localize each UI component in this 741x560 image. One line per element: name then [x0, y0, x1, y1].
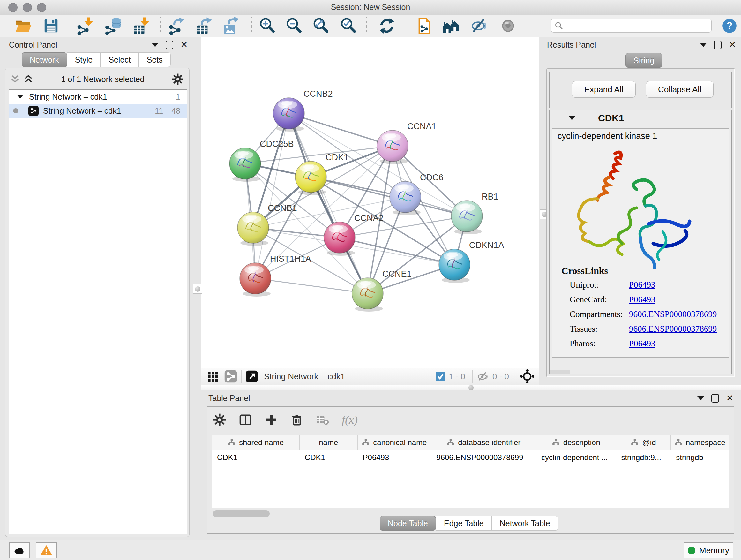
network-row-selected[interactable]: String Network – cdk1 11 48	[9, 104, 187, 118]
float-panel-icon[interactable]	[714, 41, 722, 49]
export-image-button[interactable]	[222, 17, 242, 35]
tab-select[interactable]: Select	[100, 52, 138, 67]
zoom-in-button[interactable]	[257, 17, 278, 35]
apply-layout-button[interactable]	[377, 17, 397, 35]
export-network-button[interactable]	[167, 17, 188, 35]
zoom-fit-button[interactable]	[311, 17, 331, 35]
tab-network-table[interactable]: Network Table	[492, 516, 558, 531]
collapse-all-button[interactable]: Collapse All	[646, 81, 714, 98]
float-panel-icon[interactable]	[711, 394, 719, 402]
network-node[interactable]: CCNB2	[273, 89, 333, 132]
collapse-all-chevron-icon[interactable]	[10, 74, 20, 84]
table-row[interactable]: CDK1CDK1P064939606.ENSP00000378699cyclin…	[212, 450, 729, 465]
panel-menu-icon[interactable]	[697, 396, 704, 400]
tab-sets[interactable]: Sets	[139, 52, 171, 67]
string-home-button[interactable]	[441, 17, 461, 35]
hide-glasses-button[interactable]	[469, 17, 489, 35]
results-scrollbar-stub[interactable]	[549, 370, 570, 374]
add-column-icon[interactable]	[265, 413, 278, 427]
table-cell[interactable]: CDK1	[212, 450, 300, 465]
table-cell[interactable]: stringdb	[671, 450, 729, 465]
table-header-cell[interactable]: shared name	[212, 435, 300, 450]
table-cell[interactable]: cyclin-dependent ...	[536, 450, 616, 465]
close-panel-icon[interactable]: ✕	[729, 41, 736, 49]
gene-expander-icon[interactable]	[569, 116, 575, 120]
save-session-button[interactable]	[41, 17, 61, 35]
close-panel-icon[interactable]: ✕	[180, 41, 188, 49]
table-gear-icon[interactable]	[213, 413, 226, 427]
zoom-out-button[interactable]	[284, 17, 305, 35]
scrollbar-thumb[interactable]	[213, 510, 270, 517]
tab-network[interactable]: Network	[22, 52, 67, 67]
network-node[interactable]: RB1	[451, 192, 498, 234]
cloud-status-button[interactable]	[9, 543, 30, 558]
help-button[interactable]: ?	[719, 17, 740, 35]
table-cell[interactable]: stringdb:9...	[616, 450, 671, 465]
crosslink-link[interactable]: 9606.ENSP00000378699	[629, 309, 717, 319]
table-header-cell[interactable]: @id	[616, 435, 671, 450]
panel-menu-icon[interactable]	[700, 43, 707, 47]
crosslink-link[interactable]: 9606.ENSP00000378699	[629, 324, 717, 334]
network-edge[interactable]	[255, 278, 367, 294]
network-edge[interactable]	[289, 113, 367, 294]
tab-edge-table[interactable]: Edge Table	[436, 516, 492, 531]
export-table-button[interactable]	[195, 17, 215, 35]
open-session-button[interactable]	[13, 17, 33, 35]
import-network-button[interactable]	[75, 17, 96, 35]
table-cell[interactable]: CDK1	[300, 450, 358, 465]
import-network-from-database-button[interactable]	[104, 17, 124, 35]
float-panel-icon[interactable]	[165, 41, 173, 49]
network-collection-row[interactable]: String Network – cdk1 1	[9, 90, 187, 104]
network-share-icon[interactable]	[224, 370, 238, 383]
network-edge[interactable]	[289, 113, 393, 146]
network-node[interactable]: CDKN1A	[439, 240, 504, 283]
table-header-cell[interactable]: namespace	[671, 435, 729, 450]
detach-view-icon[interactable]	[246, 370, 258, 383]
table-header-cell[interactable]: name	[300, 435, 358, 450]
function-builder-icon[interactable]: f(x)	[342, 413, 358, 427]
crosslink-link[interactable]: P06493	[629, 339, 656, 349]
tab-style[interactable]: Style	[67, 52, 101, 67]
collection-expander-icon[interactable]	[17, 95, 23, 99]
network-edge[interactable]	[255, 113, 289, 278]
network-canvas[interactable]: CCNB2CCNA1CDC25BCDK1CDC6RB1CCNB1CCNA2CDK…	[201, 37, 539, 368]
tab-string[interactable]: String	[625, 53, 662, 68]
birdseye-crosshair-icon[interactable]	[520, 369, 534, 383]
expand-all-chevron-icon[interactable]	[23, 74, 34, 84]
network-node[interactable]: CCNB1	[238, 203, 297, 246]
crosslink-link[interactable]: P06493	[629, 280, 656, 290]
show-columns-icon[interactable]	[239, 413, 253, 427]
close-panel-icon[interactable]: ✕	[726, 395, 733, 402]
expand-all-button[interactable]: Expand All	[572, 81, 636, 98]
table-cell[interactable]: 9606.ENSP00000378699	[431, 450, 536, 465]
zoom-selected-button[interactable]	[338, 17, 359, 35]
network-node[interactable]: CCNA1	[377, 122, 436, 164]
panel-menu-icon[interactable]	[151, 43, 158, 47]
selected-checkbox-icon[interactable]	[435, 371, 446, 381]
grid-view-icon[interactable]	[207, 370, 219, 383]
table-header-cell[interactable]: description	[536, 435, 616, 450]
network-node[interactable]: HIST1H1A	[240, 254, 311, 297]
delete-table-icon[interactable]	[316, 413, 330, 427]
warning-status-button[interactable]	[36, 543, 57, 558]
table-cell[interactable]: P06493	[358, 450, 431, 465]
gene-header-row[interactable]: CDK1	[549, 110, 731, 126]
network-node[interactable]: CCNE1	[352, 269, 412, 312]
show-eye-button[interactable]	[498, 17, 518, 35]
crosslink-link[interactable]: P06493	[629, 295, 656, 305]
node-label: CCNB1	[268, 203, 297, 213]
import-table-button[interactable]	[131, 17, 152, 35]
memory-button[interactable]: Memory	[684, 543, 733, 558]
search-input[interactable]	[566, 21, 708, 30]
network-node[interactable]: CDC25B	[229, 139, 294, 182]
tab-node-table[interactable]: Node Table	[380, 516, 436, 531]
horizontal-splitter[interactable]	[201, 385, 741, 390]
table-header-cell[interactable]: database identifier	[431, 435, 536, 450]
network-edge[interactable]	[311, 177, 467, 216]
left-splitter-handle[interactable]	[193, 284, 202, 294]
export-publication-button[interactable]	[414, 17, 434, 35]
delete-column-icon[interactable]	[290, 413, 304, 427]
hidden-eye-slash-icon[interactable]	[476, 370, 489, 383]
gear-icon[interactable]	[172, 73, 184, 85]
table-header-cell[interactable]: canonical name	[358, 435, 431, 450]
